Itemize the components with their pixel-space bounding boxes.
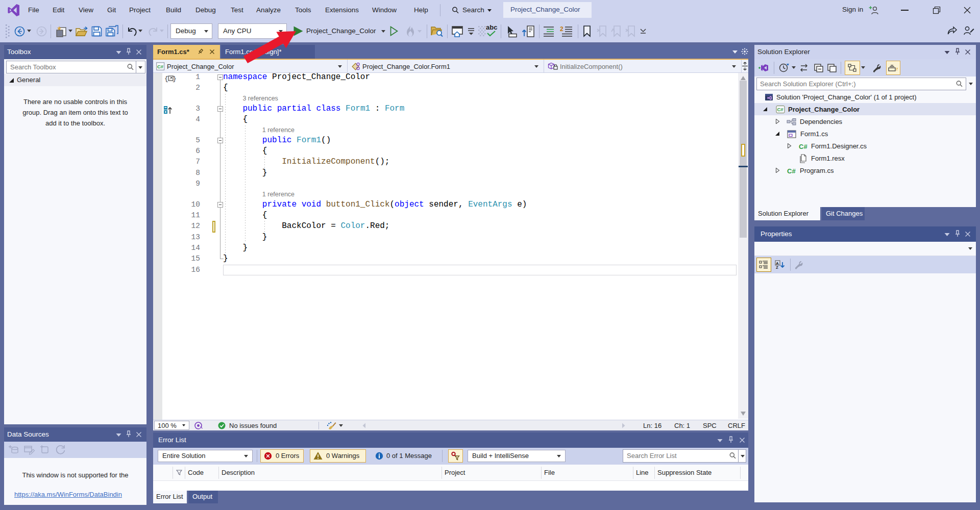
svg-text:{: { [164,75,168,82]
svg-text:C#: C# [777,107,784,112]
svg-text:2: 2 [560,26,564,33]
svg-text:Z: Z [776,265,778,269]
svg-text:C#: C# [787,167,796,175]
svg-text:C#: C# [157,64,164,69]
svg-text:C#: C# [799,143,807,150]
